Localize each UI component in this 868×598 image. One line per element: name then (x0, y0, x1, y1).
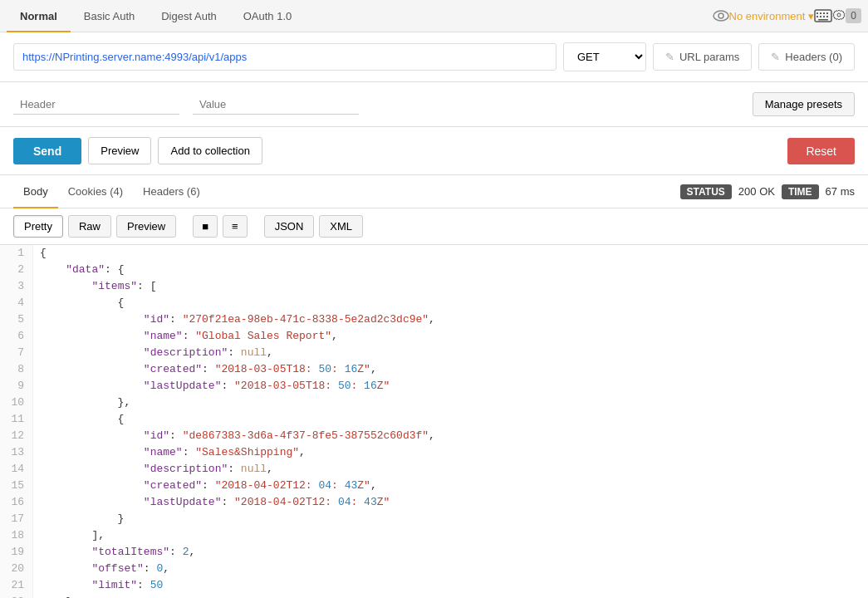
time-value: 67 ms (826, 185, 855, 198)
tab-digest-auth[interactable]: Digest Auth (148, 0, 230, 32)
reset-button[interactable]: Reset (787, 138, 855, 164)
code-line: 19 "totalItems": 2, (0, 544, 868, 561)
line-number: 6 (0, 328, 33, 345)
line-content: "description": null, (33, 461, 280, 478)
line-content: "created": "2018-03-05T18: 50: 16Z", (33, 361, 384, 378)
code-area: 1{2 "data": {3 "items": [4 {5 "id": "270… (0, 245, 868, 598)
code-line: 21 "limit": 50 (0, 577, 868, 594)
indent-icon-button[interactable]: ≡ (223, 215, 248, 238)
line-number: 10 (0, 395, 33, 411)
line-content: } (33, 511, 130, 527)
svg-point-1 (718, 13, 723, 18)
line-content: "id": "270f21ea-98eb-471c-8338-5e2ad2c3d… (33, 311, 442, 328)
svg-rect-9 (823, 16, 825, 17)
line-content: "lastUpdate": "2018-04-02T12: 04: 43Z" (33, 494, 396, 511)
value-input[interactable] (193, 95, 359, 115)
tab-cookies[interactable]: Cookies (4) (58, 175, 133, 208)
headers-label: Headers (0) (785, 51, 842, 63)
response-tabs: Body Cookies (4) Headers (6) STATUS 200 … (0, 175, 868, 208)
top-nav: Normal Basic Auth Digest Auth OAuth 1.0 … (0, 0, 868, 32)
eye-icon[interactable] (713, 10, 729, 22)
svg-point-0 (714, 11, 728, 21)
code-line: 16 "lastUpdate": "2018-04-02T12: 04: 43Z… (0, 494, 868, 511)
url-params-button[interactable]: ✎ URL params (653, 43, 752, 71)
svg-rect-10 (826, 16, 828, 17)
code-line: 3 "items": [ (0, 278, 868, 295)
line-content: "limit": 50 (33, 577, 169, 594)
format-preview-button[interactable]: Preview (116, 215, 176, 238)
format-section: Pretty Raw Preview ■ ≡ JSON XML (0, 208, 868, 245)
settings-icon[interactable] (832, 9, 846, 22)
code-line: 17 } (0, 511, 868, 527)
line-content: "created": "2018-04-02T12: 04: 43Z", (33, 478, 384, 494)
line-content: "totalItems": 2, (33, 544, 202, 561)
code-line: 2 "data": { (0, 262, 868, 278)
line-number: 12 (0, 428, 33, 444)
line-content: "lastUpdate": "2018-03-05T18: 50: 16Z" (33, 378, 396, 395)
svg-rect-4 (820, 12, 821, 14)
send-button[interactable]: Send (13, 138, 81, 164)
code-line: 15 "created": "2018-04-02T12: 04: 43Z", (0, 478, 868, 494)
code-line: 1{ (0, 245, 868, 262)
line-number: 20 (0, 561, 33, 577)
line-content: "id": "de867383-3d6a-4f37-8fe5-387552c60… (33, 428, 442, 444)
line-number: 22 (0, 594, 33, 598)
url-input[interactable] (13, 43, 557, 71)
line-number: 4 (0, 295, 33, 311)
preview-button[interactable]: Preview (88, 137, 151, 164)
add-to-collection-button[interactable]: Add to collection (158, 137, 262, 164)
code-line: 7 "description": null, (0, 345, 868, 361)
format-raw-button[interactable]: Raw (68, 215, 111, 238)
svg-point-12 (837, 13, 841, 17)
keyboard-icon[interactable] (814, 9, 832, 22)
svg-rect-7 (817, 16, 818, 17)
line-content: "name": "Global Sales Report", (33, 328, 345, 345)
line-number: 11 (0, 411, 33, 428)
edit-icon: ✎ (665, 51, 674, 63)
line-number: 8 (0, 361, 33, 378)
code-line: 11 { (0, 411, 868, 428)
line-content: }, (33, 395, 137, 411)
tab-body[interactable]: Body (13, 175, 58, 208)
environment-selector[interactable]: No environment ▾ (729, 10, 815, 22)
tab-normal[interactable]: Normal (7, 0, 71, 32)
env-label: No environment (729, 10, 806, 22)
edit-icon-2: ✎ (771, 51, 780, 63)
line-number: 21 (0, 577, 33, 594)
code-line: 20 "offset": 0, (0, 561, 868, 577)
line-number: 19 (0, 544, 33, 561)
line-number: 13 (0, 444, 33, 461)
code-line: 22 } (0, 594, 868, 598)
line-content: { (33, 245, 53, 262)
line-number: 7 (0, 345, 33, 361)
line-content: } (33, 594, 79, 598)
tab-oauth[interactable]: OAuth 1.0 (230, 0, 306, 32)
line-number: 5 (0, 311, 33, 328)
time-label: TIME (782, 184, 819, 199)
line-content: "offset": 0, (33, 561, 176, 577)
tab-basic-auth[interactable]: Basic Auth (71, 0, 148, 32)
wrap-icon-button[interactable]: ■ (193, 215, 218, 238)
headers-button[interactable]: ✎ Headers (0) (758, 43, 855, 71)
line-content: ], (33, 527, 111, 544)
header-input[interactable] (13, 95, 179, 115)
line-number: 18 (0, 527, 33, 544)
actions-section: Send Preview Add to collection Reset (0, 127, 868, 175)
format-xml-button[interactable]: XML (319, 215, 363, 238)
method-select[interactable]: GET POST PUT DELETE (563, 42, 646, 71)
line-number: 15 (0, 478, 33, 494)
status-label: STATUS (680, 184, 732, 199)
format-pretty-button[interactable]: Pretty (13, 215, 63, 238)
line-content: "data": { (33, 262, 130, 278)
status-value: 200 OK (738, 185, 775, 198)
format-json-button[interactable]: JSON (264, 215, 315, 238)
manage-presets-button[interactable]: Manage presets (753, 92, 855, 116)
chevron-down-icon: ▾ (808, 10, 814, 22)
line-number: 2 (0, 262, 33, 278)
line-content: "items": [ (33, 278, 163, 295)
tab-headers[interactable]: Headers (6) (133, 175, 210, 208)
line-content: { (33, 411, 130, 428)
line-number: 1 (0, 245, 33, 262)
code-line: 4 { (0, 295, 868, 311)
code-line: 18 ], (0, 527, 868, 544)
